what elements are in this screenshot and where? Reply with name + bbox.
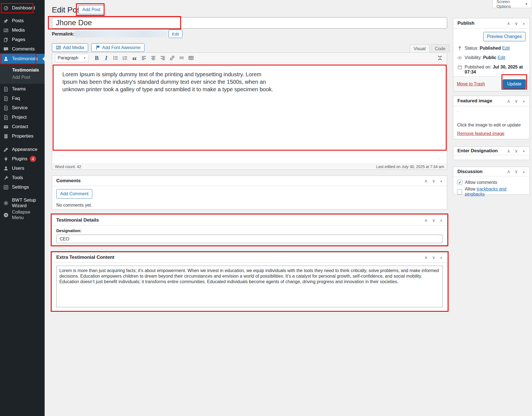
- move-down-icon[interactable]: ∨: [432, 255, 435, 260]
- sidebar-item-contact[interactable]: Contact: [0, 122, 45, 131]
- collapse-toggle-icon[interactable]: ▲: [440, 179, 443, 182]
- sidebar-item-collapse-menu[interactable]: Collapse Menu: [0, 210, 45, 220]
- add-media-button[interactable]: Add Media: [52, 43, 88, 52]
- sidebar-item-label: Testimonials: [12, 56, 38, 62]
- sidebar-item-project[interactable]: Project: [0, 113, 45, 122]
- toolbar-toggle-button[interactable]: [187, 54, 195, 62]
- bold-button[interactable]: B: [93, 54, 101, 62]
- add-comment-button[interactable]: Add Comment: [56, 189, 92, 199]
- published-on-row: Published on: Jul 30, 2025 at 07:34: [457, 65, 526, 75]
- comment-bubble-icon: [3, 46, 9, 52]
- add-post-button[interactable]: Add Post: [78, 5, 104, 14]
- sidebar-item-testimonials[interactable]: Testimonials: [0, 54, 45, 64]
- sidebar-item-media[interactable]: Media: [0, 26, 45, 35]
- sidebar-item-properties[interactable]: Properties: [0, 131, 45, 141]
- tab-code[interactable]: Code: [431, 44, 449, 53]
- move-to-trash-link[interactable]: Move to Trash: [457, 82, 485, 87]
- post-title-input[interactable]: [52, 17, 447, 29]
- move-down-icon[interactable]: ∨: [432, 178, 435, 184]
- enter-designation-header: Enter Designation ∧ ∨ ▲: [453, 147, 530, 155]
- collapse-toggle-icon[interactable]: ▲: [440, 256, 443, 259]
- collapse-toggle-icon[interactable]: ▲: [522, 170, 525, 173]
- more-tag-icon: [179, 55, 184, 61]
- sidebar-item-service[interactable]: Service: [0, 103, 45, 113]
- collapse-toggle-icon[interactable]: ▲: [522, 99, 525, 103]
- testimonials-submenu: Testimonials Add Post: [0, 64, 45, 84]
- format-select-value: Paragraph: [58, 55, 78, 60]
- tab-visual[interactable]: Visual: [410, 44, 429, 53]
- italic-button[interactable]: I: [102, 54, 110, 62]
- sidebar-item-dashboard[interactable]: Dashboard: [0, 3, 45, 13]
- move-up-icon[interactable]: ∧: [507, 148, 510, 154]
- allow-comments-checkbox[interactable]: ✓: [457, 180, 462, 185]
- sidebar-item-faq[interactable]: Faq: [0, 94, 45, 103]
- permalink-url-redacted: [75, 31, 167, 37]
- bullet-list-button[interactable]: [111, 54, 120, 62]
- fullscreen-button[interactable]: [436, 54, 444, 62]
- plugins-update-badge: 4: [30, 156, 36, 162]
- collapse-toggle-icon[interactable]: ▲: [522, 22, 525, 25]
- sidebar-item-bwt-setup-wizard[interactable]: BWT Setup Wizard: [0, 196, 45, 210]
- designation-input[interactable]: [56, 235, 443, 243]
- read-more-tag-button[interactable]: [177, 54, 186, 62]
- featured-image-header: Featured image ∧ ∨ ▲: [453, 96, 530, 106]
- extra-content-textarea[interactable]: Lorem is more than just acquiring facts;…: [56, 266, 443, 307]
- pages-icon: [3, 37, 9, 42]
- edit-status-link[interactable]: Edit: [502, 46, 510, 50]
- screen-options-button[interactable]: Screen Options ▼: [492, 0, 532, 8]
- editor-content-area[interactable]: Lorem Ipsum is simply dummy text of the …: [52, 64, 447, 164]
- submenu-item-add-post[interactable]: Add Post: [12, 74, 45, 81]
- plugin-icon: [3, 156, 9, 162]
- paragraph-format-select[interactable]: Paragraph ▼: [55, 54, 89, 62]
- move-up-icon[interactable]: ∧: [424, 218, 428, 223]
- sidebar-item-appearance[interactable]: Appearance: [0, 145, 45, 154]
- sidebar-item-plugins[interactable]: Plugins 4: [0, 154, 45, 164]
- sidebar-item-pages[interactable]: Pages: [0, 35, 45, 44]
- remove-featured-image-link[interactable]: Remove featured image: [457, 131, 505, 136]
- move-down-icon[interactable]: ∨: [515, 98, 518, 104]
- broken-featured-image[interactable]: .: [457, 108, 526, 113]
- allow-trackbacks-checkbox[interactable]: [457, 189, 462, 194]
- collapse-toggle-icon[interactable]: ▲: [522, 149, 525, 153]
- sidebar-item-label: Faq: [12, 96, 20, 101]
- sidebar-item-settings[interactable]: Settings: [0, 182, 45, 192]
- extra-testimonial-content-postbox: Extra Testimonial Content ∧ ∨ ▲ Lorem is…: [52, 252, 447, 311]
- insert-link-button[interactable]: [168, 54, 176, 62]
- calendar-icon: [457, 65, 462, 70]
- permalink-edit-button[interactable]: Edit: [169, 30, 182, 38]
- move-up-icon[interactable]: ∧: [507, 98, 510, 104]
- submenu-item-testimonials[interactable]: Testimonials: [12, 67, 45, 74]
- sidebar-item-teams[interactable]: Teams: [0, 84, 45, 94]
- move-up-icon[interactable]: ∧: [507, 21, 510, 26]
- update-button[interactable]: Update: [503, 79, 526, 89]
- align-right-button[interactable]: [159, 54, 167, 62]
- align-right-icon: [160, 55, 166, 61]
- no-comments-message: No comments yet.: [56, 203, 443, 208]
- postbox-handles: ∧ ∨ ▲: [424, 255, 443, 260]
- preview-changes-button[interactable]: Preview Changes: [483, 32, 526, 41]
- allow-trackbacks-label: Allow trackbacks and pingbacks: [465, 187, 526, 197]
- sidebar-item-posts[interactable]: Posts: [0, 16, 45, 26]
- sidebar-item-tools[interactable]: Tools: [0, 173, 45, 182]
- add-font-awesome-button[interactable]: Add Font Awesome: [91, 43, 144, 52]
- move-down-icon[interactable]: ∨: [515, 169, 518, 174]
- sidebar-item-label: Tools: [12, 175, 23, 181]
- move-down-icon[interactable]: ∨: [432, 218, 435, 223]
- move-up-icon[interactable]: ∧: [507, 169, 510, 174]
- move-up-icon[interactable]: ∧: [424, 178, 428, 184]
- edit-visibility-link[interactable]: Edit: [498, 55, 505, 60]
- collapse-toggle-icon[interactable]: ▲: [440, 219, 443, 222]
- wrench-icon: [3, 175, 9, 181]
- move-up-icon[interactable]: ∧: [424, 255, 428, 260]
- move-down-icon[interactable]: ∨: [515, 21, 518, 26]
- blockquote-button[interactable]: “: [130, 54, 139, 62]
- align-center-button[interactable]: [149, 54, 157, 62]
- numbered-list-button[interactable]: [121, 54, 129, 62]
- numbered-list-icon: [122, 55, 128, 61]
- align-left-button[interactable]: [140, 54, 148, 62]
- move-down-icon[interactable]: ∨: [515, 148, 518, 154]
- sidebar-item-users[interactable]: Users: [0, 164, 45, 173]
- sliders-icon: [3, 184, 9, 190]
- publish-title: Publish: [457, 21, 474, 26]
- sidebar-item-comments[interactable]: Comments: [0, 44, 45, 54]
